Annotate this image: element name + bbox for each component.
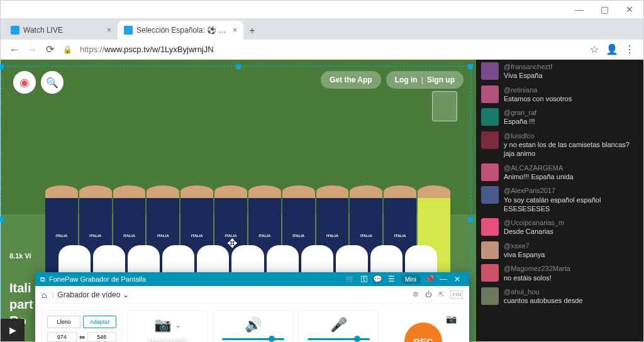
recorder-window: ⧉ FonePaw Grabador de Pantalla 🛒 ⚿ 💬 ☰ M… — [35, 272, 469, 342]
avatar — [481, 163, 499, 181]
camera-icon[interactable]: 📷 — [446, 314, 457, 324]
chat-username: @AlexParis2017 — [504, 186, 638, 195]
adapt-button[interactable]: Adaptar — [83, 316, 116, 328]
avatar — [481, 287, 499, 305]
tab-label: Selección Española: ⚽ EN DI — [136, 26, 229, 35]
play-button[interactable]: ▶ — [1, 319, 25, 341]
profile-icon[interactable]: 👤 — [603, 41, 621, 58]
chat-body: cuantos autobuses desde — [504, 296, 582, 305]
chat-message: @AlexParis2017Yo soy catalán español esp… — [476, 184, 643, 216]
url-input[interactable]: https://www.pscp.tv/w/1LyxByjwrnjJN — [76, 45, 586, 54]
chat-username: @retiniana — [504, 86, 572, 94]
full-button[interactable]: Lleno — [47, 316, 80, 328]
sound-slider[interactable] — [222, 338, 284, 340]
sound-module: 🔊 OFF Sonido del sist — [213, 310, 293, 342]
mic-module: 🎤 ON Micrófono — [298, 310, 379, 342]
chat-body: Animo!!! España unida — [504, 172, 574, 181]
rec-button[interactable]: REC — [404, 323, 442, 342]
chat-username: @ALCAZARGEMA — [504, 163, 574, 172]
favicon-icon — [11, 26, 19, 35]
video-area: ◉ 🔍 Get the App Log in|Sign up ITALIA IT… — [1, 60, 476, 341]
export-icon[interactable]: ⇱ — [438, 290, 444, 299]
avatar — [481, 218, 499, 236]
mic-slider[interactable] — [308, 338, 370, 340]
favicon-icon — [124, 26, 133, 35]
login-button[interactable]: Log in — [395, 75, 418, 84]
comment-icon[interactable]: 💬 — [371, 272, 385, 286]
chat-body: Estamos con vosotros — [504, 94, 572, 103]
tab-watch-live[interactable]: Watch LIVE × — [4, 21, 118, 40]
display-module: Lleno Adaptar 974 ⇔ 546 ON DISPLAY1▾ — [42, 310, 122, 342]
chat-username: @Magomez232Marta — [504, 264, 570, 273]
menu-icon[interactable]: ⋮ — [621, 41, 638, 58]
webcam-icon: 📷 ⌄ — [154, 316, 181, 334]
signup-button[interactable]: Sign up — [427, 75, 455, 84]
minimize-icon[interactable]: — — [436, 272, 450, 286]
avatar — [481, 62, 499, 80]
get-app-button[interactable]: Get the App — [321, 71, 381, 89]
chat-username: @fransancheztf — [504, 62, 552, 71]
new-tab-button[interactable]: + — [243, 22, 261, 40]
avatar — [481, 241, 499, 259]
rec-module: 📷 REC — [384, 310, 463, 342]
chat-panel: @fransancheztfViva España @retinianaEsta… — [476, 60, 643, 341]
chat-username: @Ucoipcanarias_m — [504, 218, 564, 227]
mini-button[interactable]: Mini — [401, 275, 420, 284]
webcam-module: 📷 ⌄ Hacer una foto OFF Webcam — [127, 310, 208, 342]
power-icon[interactable]: ⏻ — [425, 290, 432, 299]
chat-message: @luisdfcoy no estan los de las camisetas… — [476, 129, 643, 161]
chat-username: @xaxe7 — [504, 241, 545, 250]
recorder-title: FonePaw Grabador de Pantalla — [49, 275, 343, 283]
chat-body: Desde Canarias — [504, 227, 564, 236]
search-icon[interactable]: 🔍 — [41, 71, 64, 94]
periscope-icon[interactable]: ◉ — [13, 71, 36, 94]
avatar — [481, 131, 499, 149]
chat-username: @gran_raf — [504, 108, 536, 117]
recorder-tab[interactable]: Grabador de vídeo ⌄ — [57, 290, 128, 299]
chat-body: España !!! — [504, 117, 536, 126]
avatar — [481, 86, 499, 103]
chat-username: @ahui_hou — [504, 287, 582, 296]
star-icon[interactable]: ☆ — [586, 41, 603, 58]
speaker-icon: 🔊 — [245, 316, 262, 334]
home-icon[interactable]: ⌂ — [42, 290, 47, 300]
key-icon[interactable]: ⚿ — [357, 272, 371, 286]
close-icon[interactable]: × — [233, 26, 237, 35]
f10-icon[interactable]: F10 — [450, 290, 463, 299]
avatar — [481, 108, 499, 126]
kids-row — [57, 245, 438, 273]
chat-message: @xaxe7viva Espanya — [476, 239, 643, 262]
tab-seleccion[interactable]: Selección Española: ⚽ EN DI × — [118, 21, 243, 40]
height-input[interactable]: 546 — [87, 332, 117, 342]
gear-icon[interactable]: ⚙ — [413, 290, 419, 299]
viewer-count: 8.1k Vi — [9, 252, 31, 260]
chat-message: @ALCAZARGEMAAnimo!!! España unida — [476, 161, 643, 184]
pin-icon[interactable]: 📌 — [423, 272, 436, 286]
close-icon[interactable]: × — [107, 26, 111, 35]
chat-message: @Magomez232Martano estáis solos! — [476, 262, 643, 285]
tab-label: Watch LIVE — [23, 26, 103, 35]
forward-button[interactable]: → — [23, 41, 41, 58]
chat-message: @retinianaEstamos con vosotros — [476, 83, 643, 106]
auth-buttons[interactable]: Log in|Sign up — [386, 71, 464, 89]
cart-icon[interactable]: 🛒 — [343, 272, 357, 286]
mic-icon: 🎤 — [330, 316, 347, 334]
minimize-button[interactable]: — — [567, 1, 592, 18]
chat-body: Viva España — [504, 71, 552, 80]
menu-icon[interactable]: ☰ — [385, 272, 399, 286]
chat-message: @ahui_houcuantos autobuses desde — [476, 285, 643, 308]
back-button[interactable]: ← — [6, 41, 23, 58]
recorder-icon: ⧉ — [40, 275, 45, 284]
maximize-button[interactable]: ▢ — [592, 1, 617, 18]
chat-username: @luisdfco — [504, 131, 638, 140]
close-icon[interactable]: ✕ — [450, 272, 464, 286]
width-input[interactable]: 974 — [47, 332, 77, 342]
close-button[interactable]: ✕ — [617, 1, 642, 18]
reload-button[interactable]: ⟳ — [41, 41, 58, 58]
link-icon[interactable]: ⇔ — [79, 333, 85, 341]
avatar — [481, 186, 499, 204]
take-photo-button[interactable]: Hacer una foto — [147, 338, 187, 342]
avatar — [481, 264, 499, 282]
chat-body: Yo soy catalán español español ESESESESE… — [504, 196, 638, 214]
crest-icon — [432, 91, 457, 121]
